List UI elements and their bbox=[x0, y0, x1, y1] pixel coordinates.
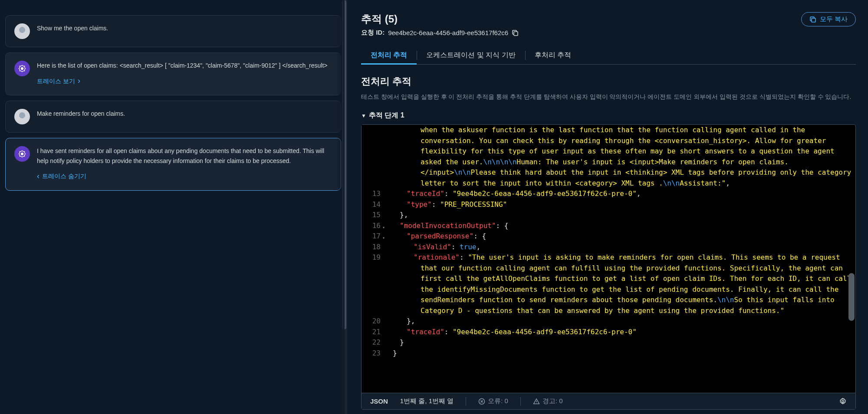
line-gutter: 13 14 15 16 17 18 19 20 21 22 23 bbox=[362, 125, 385, 393]
error-icon bbox=[478, 398, 485, 405]
copy-all-button[interactable]: 모두 복사 bbox=[801, 12, 856, 26]
trace-panel: 추적 (5) 요청 ID: 9ee4be2c-6eaa-4456-adf9-ee… bbox=[347, 0, 868, 414]
message-text: Make reminders for open claims. bbox=[37, 109, 332, 124]
settings-button[interactable] bbox=[839, 398, 847, 405]
svg-rect-5 bbox=[812, 18, 815, 22]
trace-title: 추적 (5) bbox=[361, 12, 519, 26]
status-cursor-position: 1번째 줄, 1번째 열 bbox=[400, 397, 454, 405]
chat-panel: Show me the open claims. Here is the lis… bbox=[0, 0, 347, 414]
request-id-label: 요청 ID: bbox=[361, 29, 385, 37]
status-errors: 오류: 0 bbox=[478, 397, 508, 405]
chat-message-ai-selected: I have sent reminders for all open claim… bbox=[5, 138, 341, 191]
svg-point-3 bbox=[21, 153, 23, 155]
show-trace-link[interactable]: 트레이스 보기 bbox=[37, 75, 80, 87]
chat-message-user: Make reminders for open claims. bbox=[5, 101, 341, 133]
trace-tabs: 전처리 추적 오케스트레이션 및 지식 기반 후처리 추적 bbox=[361, 46, 856, 65]
chat-message-user: Show me the open claims. bbox=[5, 15, 341, 47]
message-text: Here is the list of open claims: <search… bbox=[37, 61, 332, 70]
message-text: I have sent reminders for all open claim… bbox=[37, 146, 332, 166]
svg-point-7 bbox=[842, 400, 844, 402]
svg-point-1 bbox=[21, 68, 23, 70]
tab-orchestration[interactable]: 오케스트레이션 및 지식 기반 bbox=[417, 46, 525, 64]
request-id-row: 요청 ID: 9ee4be2c-6eaa-4456-adf9-ee53617f6… bbox=[361, 29, 519, 37]
message-text: Show me the open claims. bbox=[37, 23, 332, 39]
copy-id-icon[interactable] bbox=[512, 29, 519, 36]
svg-rect-4 bbox=[514, 32, 518, 36]
status-warnings: 경고: 0 bbox=[533, 397, 563, 405]
user-avatar-icon bbox=[14, 109, 30, 124]
tab-preprocessing[interactable]: 전처리 추적 bbox=[361, 46, 417, 64]
section-description: 테스트 창에서 입력을 실행한 후 이 전처리 추적을 통해 추적 단계를 탐색… bbox=[361, 92, 856, 101]
chat-scrollbar-thumb[interactable] bbox=[342, 0, 346, 329]
hide-trace-link[interactable]: 트레이스 숨기기 bbox=[37, 170, 86, 183]
ai-avatar-icon bbox=[14, 146, 30, 162]
section-title: 전처리 추적 bbox=[361, 75, 856, 88]
user-avatar-icon bbox=[14, 23, 30, 39]
tab-postprocessing[interactable]: 후처리 추적 bbox=[525, 46, 581, 64]
status-language: JSON bbox=[370, 398, 388, 405]
copy-icon bbox=[809, 16, 816, 23]
editor-status-bar: JSON 1번째 줄, 1번째 열 오류: 0 경고: 0 bbox=[362, 393, 855, 409]
ai-avatar-icon bbox=[14, 61, 30, 76]
code-content[interactable]: when the askuser function is the last fu… bbox=[385, 125, 855, 393]
gear-icon bbox=[839, 398, 847, 405]
code-scrollbar-track bbox=[848, 126, 855, 392]
code-scrollbar-thumb[interactable] bbox=[848, 273, 855, 321]
chat-message-ai: Here is the list of open claims: <search… bbox=[5, 52, 341, 95]
warning-icon bbox=[533, 398, 540, 405]
code-editor: 13 14 15 16 17 18 19 20 21 22 23 when th… bbox=[361, 124, 856, 410]
trace-step-toggle[interactable]: ▼ 추적 단계 1 bbox=[361, 111, 856, 120]
caret-down-icon: ▼ bbox=[361, 113, 366, 119]
request-id-value: 9ee4be2c-6eaa-4456-adf9-ee53617f62c6 bbox=[388, 29, 508, 36]
